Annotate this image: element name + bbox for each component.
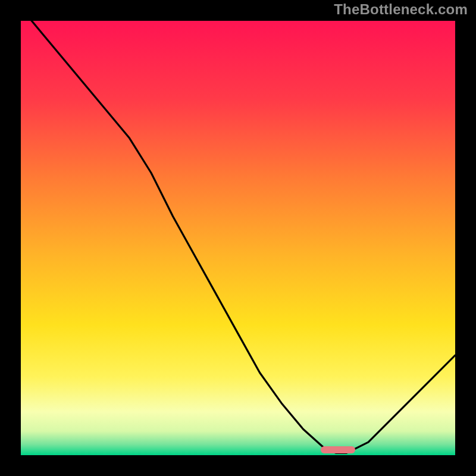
plot-area	[21, 21, 455, 455]
watermark-text: TheBottleneck.com	[334, 1, 468, 18]
bottleneck-curve	[21, 21, 455, 455]
chart-frame: TheBottleneck.com	[0, 0, 476, 476]
optimal-marker	[321, 446, 355, 453]
